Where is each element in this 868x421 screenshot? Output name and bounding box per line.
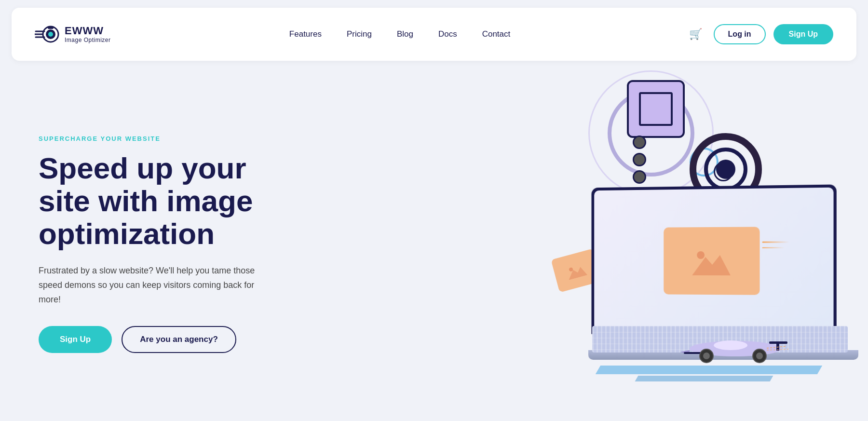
hero-section: SUPERCHARGE YOUR WEBSITE Speed up your s… bbox=[0, 61, 868, 408]
svg-rect-14 bbox=[769, 341, 787, 344]
hero-content: SUPERCHARGE YOUR WEBSITE Speed up your s… bbox=[39, 135, 299, 353]
brand-subtitle: Image Optimizer bbox=[65, 37, 111, 43]
emanate-line2 bbox=[762, 247, 785, 248]
svg-point-13 bbox=[714, 340, 747, 350]
svg-rect-6 bbox=[48, 27, 54, 29]
brand-name: EWWW bbox=[65, 25, 111, 37]
laptop-screen-frame bbox=[591, 184, 836, 337]
hero-cta-group: Sign Up Are you an agency? bbox=[39, 326, 299, 353]
svg-point-18 bbox=[703, 353, 710, 359]
hero-description: Frustrated by a slow website? We'll help… bbox=[39, 264, 260, 307]
camera-inner bbox=[639, 92, 673, 126]
login-button[interactable]: Log in bbox=[714, 24, 766, 44]
cam-btn-3 bbox=[633, 170, 646, 184]
emanate-line bbox=[762, 241, 789, 243]
platform-2 bbox=[635, 376, 773, 381]
hero-eyebrow: SUPERCHARGE YOUR WEBSITE bbox=[39, 135, 299, 142]
nav-blog[interactable]: Blog bbox=[397, 29, 413, 39]
logo-text: EWWW Image Optimizer bbox=[65, 25, 111, 43]
hero-illustration bbox=[299, 80, 829, 408]
svg-marker-10 bbox=[692, 255, 731, 275]
svg-point-20 bbox=[756, 353, 763, 359]
signup-button-hero[interactable]: Sign Up bbox=[39, 326, 112, 353]
nav-docs[interactable]: Docs bbox=[438, 29, 457, 39]
screen-image-display bbox=[664, 227, 760, 295]
lens-inner bbox=[704, 148, 747, 191]
camera-buttons bbox=[633, 136, 646, 184]
nav-actions: 🛒 Log in Sign Up bbox=[689, 24, 833, 44]
cam-btn-1 bbox=[633, 136, 646, 149]
agency-button[interactable]: Are you an agency? bbox=[122, 326, 236, 353]
signup-button-nav[interactable]: Sign Up bbox=[773, 24, 833, 44]
nav-pricing[interactable]: Pricing bbox=[347, 29, 372, 39]
svg-point-5 bbox=[48, 32, 53, 37]
nav-contact[interactable]: Contact bbox=[482, 29, 511, 39]
laptop-screen-display bbox=[594, 188, 833, 335]
camera-box bbox=[627, 80, 685, 138]
cam-btn-2 bbox=[633, 153, 646, 166]
nav-links: Features Pricing Blog Docs Contact bbox=[289, 29, 510, 39]
lens-core bbox=[716, 160, 735, 179]
f1-car bbox=[680, 327, 791, 366]
logo-icon bbox=[35, 22, 60, 47]
logo[interactable]: EWWW Image Optimizer bbox=[35, 22, 111, 47]
svg-point-11 bbox=[697, 251, 705, 259]
hero-title: Speed up your site with image optimizati… bbox=[39, 152, 299, 251]
cart-icon[interactable]: 🛒 bbox=[689, 28, 702, 41]
illustration bbox=[424, 51, 858, 408]
nav-features[interactable]: Features bbox=[289, 29, 322, 39]
